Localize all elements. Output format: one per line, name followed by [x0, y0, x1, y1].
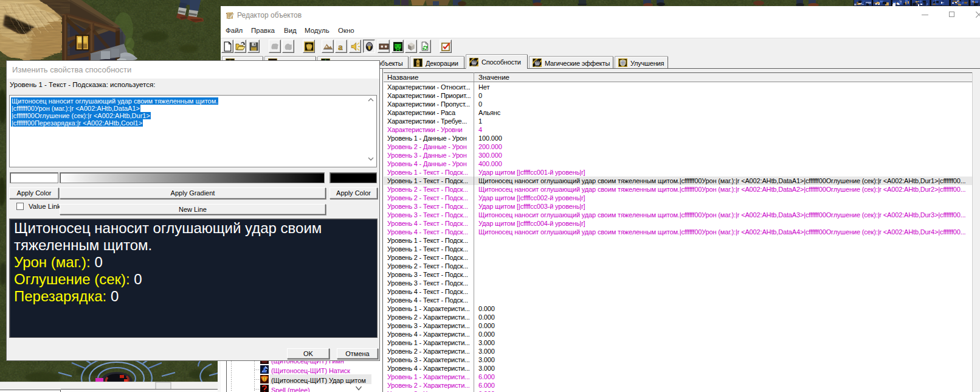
svg-text:a: a	[338, 42, 343, 52]
